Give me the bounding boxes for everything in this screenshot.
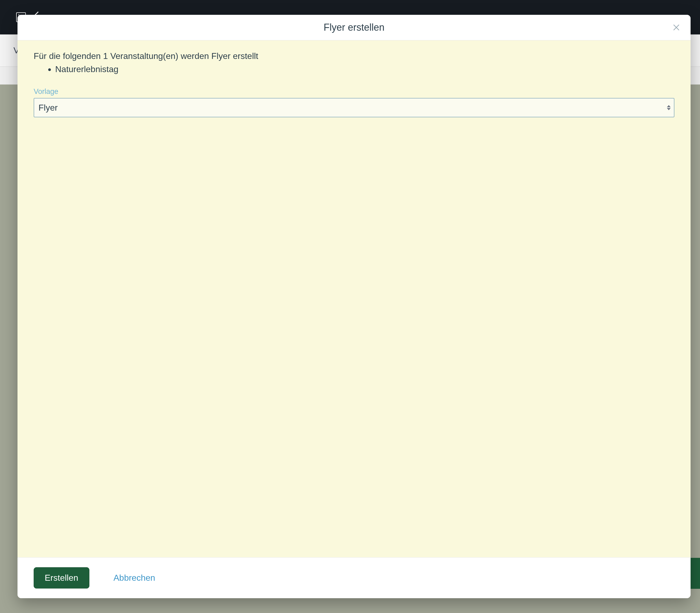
template-select[interactable]: Flyer bbox=[34, 98, 674, 117]
close-icon bbox=[672, 23, 680, 32]
list-item: Naturerlebnistag bbox=[55, 63, 674, 76]
close-button[interactable] bbox=[671, 22, 682, 32]
modal-overlay: Flyer erstellen Für die folgenden 1 Vera… bbox=[0, 0, 700, 613]
template-label: Vorlage bbox=[34, 88, 674, 96]
modal-footer: Erstellen Abbrechen bbox=[17, 557, 690, 598]
modal-header: Flyer erstellen bbox=[17, 15, 690, 40]
intro-text: Für die folgenden 1 Veranstaltung(en) we… bbox=[34, 51, 674, 61]
modal-body: Für die folgenden 1 Veranstaltung(en) we… bbox=[17, 40, 690, 557]
create-button[interactable]: Erstellen bbox=[34, 567, 89, 588]
template-select-wrap: Flyer bbox=[34, 98, 674, 117]
flyer-create-modal: Flyer erstellen Für die folgenden 1 Vera… bbox=[17, 15, 690, 598]
modal-title: Flyer erstellen bbox=[323, 22, 384, 33]
event-list: Naturerlebnistag bbox=[55, 63, 674, 76]
cancel-button[interactable]: Abbrechen bbox=[114, 573, 155, 583]
